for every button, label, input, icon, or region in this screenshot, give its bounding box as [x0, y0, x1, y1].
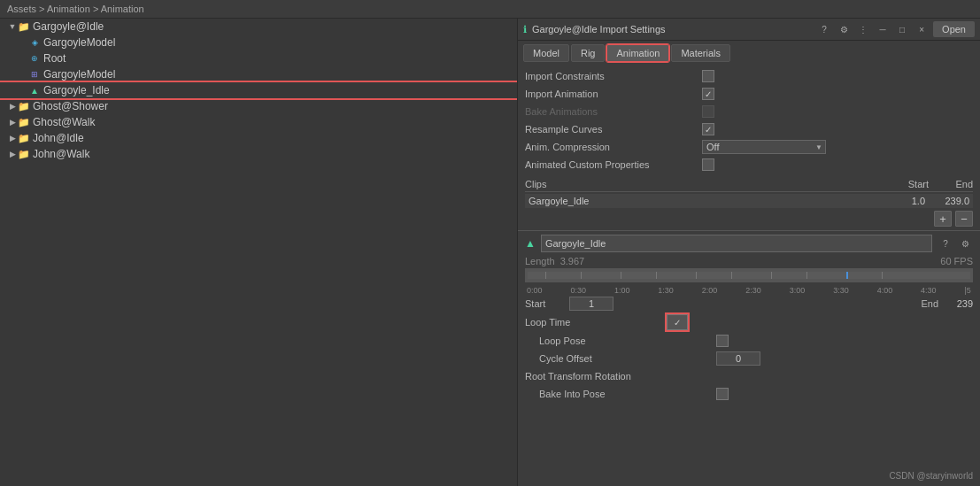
arrow-john-idle — [7, 133, 18, 143]
import-constraints-checkbox[interactable] — [702, 70, 714, 82]
root-transform-rotation-label: Root Transform Rotation — [525, 371, 702, 382]
start-input[interactable] — [569, 297, 613, 311]
folder-icon-2: 📁 — [18, 100, 30, 112]
clip-name: Gargoyle_Idle — [525, 196, 884, 206]
open-button[interactable]: Open — [933, 21, 975, 37]
loop-pose-row: Loop Pose — [525, 332, 973, 350]
clip-detail-help-icon[interactable]: ? — [938, 235, 953, 251]
anim-compression-label: Anim. Compression — [525, 142, 702, 152]
remove-clip-button[interactable]: − — [955, 211, 973, 227]
fps-value: 60 FPS — [940, 256, 973, 266]
clip-triangle-icon: ▲ — [525, 237, 536, 250]
bake-animations-checkbox — [702, 105, 714, 118]
clips-section: Clips Start End Gargoyle_Idle 1.0 239.0 … — [518, 175, 980, 230]
animated-custom-props-label: Animated Custom Properties — [525, 159, 702, 170]
bake-animations-label: Bake Animations — [525, 106, 702, 117]
root-transform-rotation-row: Root Transform Rotation — [525, 367, 973, 385]
bake-into-pose-checkbox[interactable] — [716, 388, 729, 400]
tree-label-ghost-walk: Ghost@Walk — [33, 116, 95, 128]
import-constraints-label: Import Constraints — [525, 71, 702, 81]
watermark: CSDN @staryinworld — [889, 471, 973, 481]
folder-icon-5: 📁 — [18, 148, 30, 160]
clips-header-label: Clips — [525, 179, 884, 189]
tree-item-ghost-shower[interactable]: 📁 Ghost@Shower — [0, 98, 517, 114]
tree-label-gargoyle-model: GargoyleModel — [43, 36, 115, 49]
tree-item-john-walk[interactable]: 📁 John@Walk — [0, 146, 517, 162]
import-animation-row: Import Animation — [525, 85, 973, 103]
inspector-content: Import Constraints Import Animation Bake… — [518, 66, 980, 486]
timeline-info-row: Length 3.967 60 FPS — [525, 256, 973, 266]
loop-time-row: Loop Time ✓ — [525, 312, 973, 332]
clip-end: 239.0 — [929, 196, 973, 206]
clips-header: Clips Start End — [525, 179, 973, 192]
start-end-row: Start End 239 — [525, 295, 973, 312]
tree-label-john-walk: John@Walk — [33, 148, 89, 160]
end-label: End — [907, 298, 938, 309]
loop-pose-checkbox[interactable] — [716, 335, 729, 347]
tree-item-gargoyle-model-2[interactable]: ⊞ GargoyleModel — [0, 66, 517, 82]
tab-animation[interactable]: Animation — [606, 44, 669, 62]
resample-curves-row: Resample Curves — [525, 120, 973, 138]
anim-compression-dropdown[interactable]: Off Keyframe Reduction Optimal — [702, 140, 826, 154]
arrow-john-walk — [7, 149, 18, 159]
add-clip-button[interactable]: + — [934, 211, 952, 227]
tree-label-gargoyle-idle-root: Gargoyle@Idle — [33, 20, 104, 33]
tree-label-gargoyle-idle: Gargoyle_Idle — [43, 84, 110, 96]
loop-pose-label: Loop Pose — [539, 336, 716, 346]
clip-row[interactable]: Gargoyle_Idle 1.0 239.0 — [525, 194, 973, 208]
breadcrumb: Assets > Animation > Animation — [7, 4, 144, 14]
tree-item-root[interactable]: ⊕ Root — [0, 50, 517, 66]
tree-item-gargoyle-idle-root[interactable]: 📁 Gargoyle@Idle — [0, 19, 517, 35]
help-icon[interactable]: ? — [816, 21, 832, 37]
inspector-title: Gargoyle@Idle Import Settings — [532, 24, 666, 35]
animated-custom-props-row: Animated Custom Properties — [525, 156, 973, 174]
length-value: 3.967 — [560, 256, 585, 266]
resample-curves-checkbox[interactable] — [702, 123, 714, 135]
clip-detail-section: ▲ ? ⚙ Length 3.967 60 FPS — [518, 230, 980, 406]
timeline-bar[interactable] — [525, 268, 973, 282]
tree-item-ghost-walk[interactable]: 📁 Ghost@Walk — [0, 114, 517, 130]
settings-icon[interactable]: ⚙ — [836, 21, 852, 37]
folder-icon: 📁 — [18, 20, 30, 33]
clip-detail-settings-icon[interactable]: ⚙ — [957, 235, 973, 251]
start-label: Start — [525, 298, 569, 309]
cycle-offset-input[interactable] — [716, 351, 760, 366]
clips-header-end: End — [929, 179, 973, 189]
resample-curves-label: Resample Curves — [525, 124, 702, 135]
tree-item-john-idle[interactable]: 📁 John@Idle — [0, 130, 517, 146]
folder-icon-4: 📁 — [18, 132, 30, 144]
clip-detail-header: ▲ ? ⚙ — [525, 235, 973, 252]
clips-header-start: Start — [884, 179, 929, 189]
clip-detail-name-input[interactable] — [541, 235, 932, 252]
loop-time-label: Loop Time — [525, 317, 667, 328]
minimize-icon[interactable]: ─ — [875, 21, 891, 37]
loop-time-checkbox[interactable]: ✓ — [667, 314, 688, 330]
settings-section: Import Constraints Import Animation Bake… — [518, 66, 980, 175]
bake-into-pose-row: Bake Into Pose — [525, 385, 973, 403]
animated-custom-props-checkbox[interactable] — [702, 158, 714, 171]
folder-icon-3: 📁 — [18, 116, 30, 128]
anim-icon: ⊕ — [28, 52, 41, 65]
tab-materials[interactable]: Materials — [671, 44, 730, 62]
tabs-row: Model Rig Animation Materials — [518, 41, 980, 66]
grid-icon: ⊞ — [28, 68, 41, 81]
tab-model[interactable]: Model — [523, 44, 569, 62]
triangle-icon: ▲ — [28, 84, 41, 96]
menu-icon[interactable]: ⋮ — [855, 21, 871, 37]
cycle-offset-row: Cycle Offset — [525, 350, 973, 367]
length-label: Length — [525, 256, 555, 266]
tree-item-gargoyle-idle[interactable]: ▲ Gargoyle_Idle — [0, 82, 517, 98]
import-animation-label: Import Animation — [525, 89, 702, 99]
inspector-header: ℹ Gargoyle@Idle Import Settings ? ⚙ ⋮ ─ … — [518, 19, 980, 41]
bake-into-pose-label: Bake Into Pose — [539, 389, 716, 399]
clip-start: 1.0 — [884, 196, 929, 206]
import-animation-checkbox[interactable] — [702, 88, 714, 100]
tree-label-gargoyle-model-2: GargoyleModel — [43, 68, 115, 81]
maximize-icon[interactable]: □ — [894, 21, 910, 37]
mesh-icon: ◈ — [28, 36, 41, 49]
tree-item-gargoyle-model[interactable]: ◈ GargoyleModel — [0, 35, 517, 50]
bake-animations-row: Bake Animations — [525, 103, 973, 120]
close-icon[interactable]: × — [914, 21, 930, 37]
import-constraints-row: Import Constraints — [525, 67, 973, 85]
tab-rig[interactable]: Rig — [571, 44, 606, 62]
